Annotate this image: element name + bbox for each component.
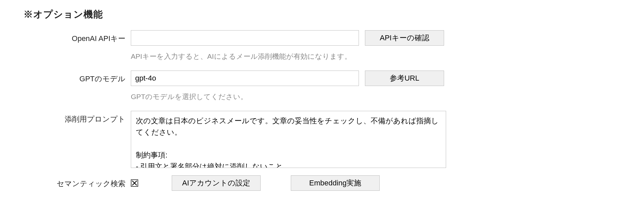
ai-account-settings-button[interactable]: AIアカウントの設定 <box>172 175 261 191</box>
section-title: ※オプション機能 <box>23 8 621 21</box>
api-key-input[interactable] <box>131 30 359 46</box>
row-semantic-search: セマンティック検索 AIアカウントの設定 Embedding実施 <box>23 175 621 191</box>
row-api-key: OpenAI APIキー APIキーの確認 <box>23 30 621 46</box>
label-api-key: OpenAI APIキー <box>23 30 131 44</box>
gpt-model-input[interactable] <box>131 71 359 86</box>
row-gpt-model: GPTのモデル 参考URL <box>23 71 621 87</box>
svg-line-1 <box>132 181 137 185</box>
label-gpt-model: GPTのモデル <box>23 71 131 84</box>
label-semantic-search: セマンティック検索 <box>23 175 131 189</box>
api-key-check-button[interactable]: APIキーの確認 <box>365 30 444 46</box>
svg-line-0 <box>132 181 137 185</box>
reference-url-button[interactable]: 参考URL <box>365 71 444 86</box>
check-icon <box>131 180 138 186</box>
semantic-search-checkbox[interactable] <box>131 179 138 187</box>
row-prompt: 添削用プロンプト <box>23 111 621 168</box>
prompt-textarea[interactable] <box>131 111 446 168</box>
api-key-help: APIキーを入力すると、AIによるメール添削機能が有効になります。 <box>131 49 352 61</box>
embedding-run-button[interactable]: Embedding実施 <box>291 175 380 191</box>
gpt-model-help: GPTのモデルを選択してください。 <box>131 89 248 101</box>
label-prompt: 添削用プロンプト <box>23 111 131 124</box>
